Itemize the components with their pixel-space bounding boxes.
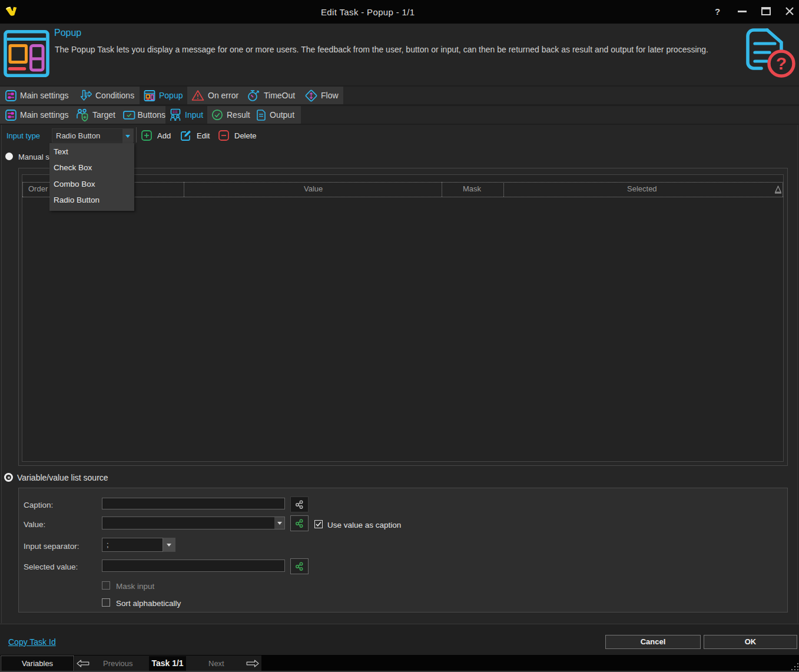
svg-text:?: ? <box>776 54 787 73</box>
